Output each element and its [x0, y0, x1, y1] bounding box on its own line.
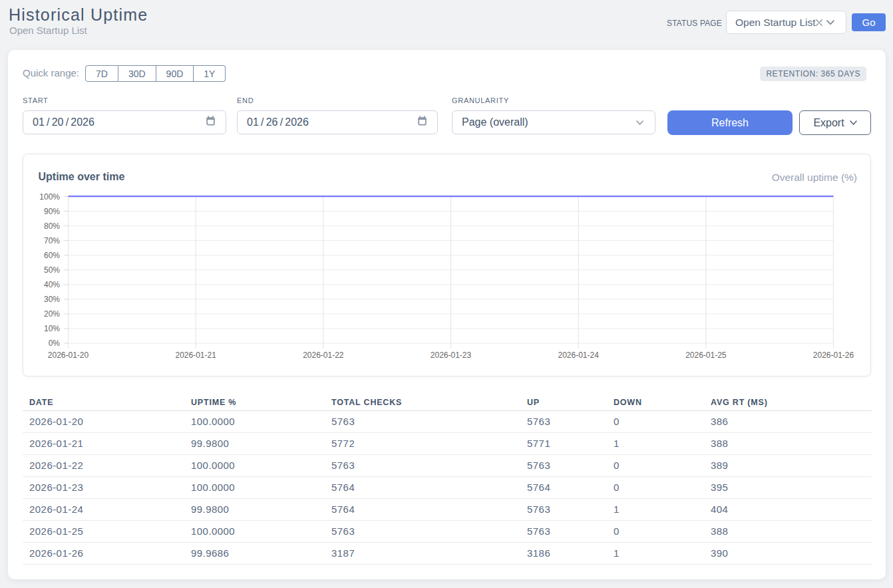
svg-text:50%: 50% — [44, 265, 60, 275]
svg-text:60%: 60% — [44, 251, 60, 260]
svg-text:70%: 70% — [44, 236, 60, 245]
svg-text:2026-01-23: 2026-01-23 — [431, 351, 472, 360]
svg-text:20%: 20% — [44, 309, 60, 319]
svg-text:40%: 40% — [44, 280, 60, 289]
svg-text:90%: 90% — [44, 207, 60, 216]
svg-text:80%: 80% — [44, 221, 60, 231]
svg-text:2026-01-22: 2026-01-22 — [303, 351, 344, 360]
svg-text:2026-01-24: 2026-01-24 — [558, 351, 599, 360]
svg-text:30%: 30% — [44, 295, 60, 304]
svg-text:2026-01-25: 2026-01-25 — [685, 351, 727, 360]
svg-text:0%: 0% — [49, 339, 61, 348]
svg-text:10%: 10% — [44, 324, 60, 333]
svg-text:100%: 100% — [39, 192, 60, 202]
svg-text:2026-01-20: 2026-01-20 — [48, 351, 89, 360]
svg-text:2026-01-21: 2026-01-21 — [175, 351, 216, 360]
svg-text:2026-01-26: 2026-01-26 — [813, 351, 854, 360]
